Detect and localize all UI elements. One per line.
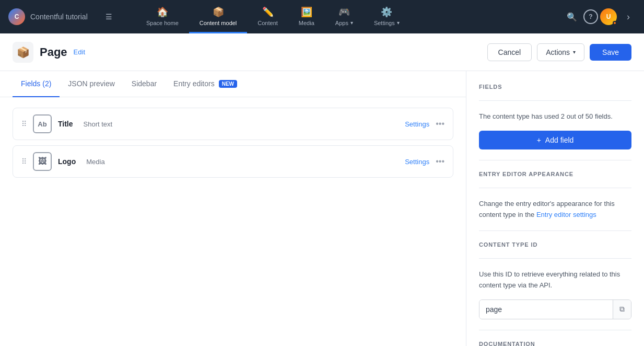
nav-item-space-home[interactable]: 🏠 Space home <box>136 0 189 33</box>
tabs-bar: Fields (2) JSON preview Sidebar Entry ed… <box>0 71 466 97</box>
field-row-logo: ⠿ 🖼 Logo Media Settings ••• <box>13 145 453 178</box>
tab-sidebar-label: Sidebar <box>132 79 157 88</box>
nav-label-space-home: Space home <box>146 20 179 26</box>
search-button[interactable]: 🔍 <box>563 7 581 26</box>
nav-items: 🏠 Space home 📦 Content model ✏️ Content … <box>136 0 563 33</box>
tab-fields[interactable]: Fields (2) <box>13 71 60 97</box>
drag-handle-logo[interactable]: ⠿ <box>21 157 27 166</box>
field-type-title: Short text <box>84 120 113 128</box>
right-content-type-id-title: CONTENT TYPE ID <box>479 241 631 248</box>
tab-json-preview[interactable]: JSON preview <box>60 71 123 97</box>
page-type-icon: 📦 <box>13 42 33 63</box>
field-type-logo: Media <box>86 158 104 166</box>
nav-item-media[interactable]: 🖼️ Media <box>288 0 325 33</box>
field-name-title: Title <box>58 120 73 128</box>
entry-editors-new-badge: NEW <box>219 80 237 88</box>
avatar-notification-dot <box>613 21 617 25</box>
field-icon-text-logo: 🖼 <box>38 157 46 166</box>
app-sub-text: tutorial <box>66 13 88 21</box>
tab-json-preview-label: JSON preview <box>68 79 114 88</box>
tab-fields-label: Fields (2) <box>21 79 51 88</box>
tab-entry-editors-label: Entry editors <box>173 79 215 88</box>
field-more-logo[interactable]: ••• <box>436 157 444 166</box>
field-settings-title[interactable]: Settings <box>405 120 429 128</box>
add-field-button[interactable]: + Add field <box>479 131 631 149</box>
add-field-plus-icon: + <box>537 136 541 144</box>
copy-icon: ⧉ <box>619 305 625 314</box>
app-name-text: Contentful <box>30 13 64 21</box>
right-divider-4 <box>479 230 631 231</box>
entry-editor-settings-link[interactable]: Entry editor settings <box>536 211 596 218</box>
copy-id-button[interactable]: ⧉ <box>613 300 631 319</box>
media-icon: 🖼️ <box>301 6 312 18</box>
top-nav: C Contentful tutorial ☰ 🏠 Space home 📦 C… <box>0 0 644 33</box>
right-entry-editor-title: ENTRY EDITOR APPEARANCE <box>479 171 631 177</box>
actions-chevron-icon: ▾ <box>573 49 576 55</box>
right-divider-1 <box>479 100 631 101</box>
right-divider-6 <box>479 330 631 330</box>
help-button[interactable]: ? <box>583 9 598 24</box>
right-content-type-id-description: Use this ID to retrieve everything relat… <box>479 269 631 291</box>
settings-chevron-icon: ▾ <box>397 20 400 26</box>
page-title: Page <box>40 45 67 59</box>
user-avatar[interactable]: U <box>600 8 617 25</box>
fields-list: ⠿ Ab Title Short text Settings ••• ⠿ 🖼 L… <box>0 97 466 193</box>
content-icon: ✏️ <box>262 6 274 18</box>
tab-sidebar[interactable]: Sidebar <box>123 71 165 97</box>
settings-icon: ⚙️ <box>381 6 392 18</box>
nav-label-settings: Settings <box>374 20 395 26</box>
page-header-actions: Cancel Actions ▾ Save <box>487 43 631 61</box>
drag-handle-title[interactable]: ⠿ <box>21 120 27 128</box>
main-layout: Fields (2) JSON preview Sidebar Entry ed… <box>0 71 644 346</box>
right-entry-editor-description: Change the entry editor's appearance for… <box>479 199 631 221</box>
edit-link[interactable]: Edit <box>74 48 85 56</box>
actions-button[interactable]: Actions ▾ <box>537 43 584 61</box>
field-icon-logo: 🖼 <box>33 152 52 171</box>
nav-chevron-button[interactable]: › <box>619 7 638 26</box>
right-divider-3 <box>479 188 631 188</box>
nav-item-content[interactable]: ✏️ Content <box>247 0 288 33</box>
nav-logo-section: C Contentful tutorial ☰ <box>0 0 136 33</box>
tab-entry-editors[interactable]: Entry editors NEW <box>165 71 245 97</box>
right-entry-editor-section: ENTRY EDITOR APPEARANCE Change the entry… <box>479 171 631 221</box>
nav-label-media: Media <box>299 20 314 26</box>
add-field-label: Add field <box>545 136 573 144</box>
right-documentation-section: DOCUMENTATION <box>479 341 631 346</box>
right-content-type-id-section: CONTENT TYPE ID Use this ID to retrieve … <box>479 241 631 319</box>
nav-item-apps[interactable]: 🎮 Apps ▾ <box>325 0 364 33</box>
content-type-id-input[interactable] <box>479 300 613 319</box>
right-documentation-title: DOCUMENTATION <box>479 341 631 346</box>
left-panel: Fields (2) JSON preview Sidebar Entry ed… <box>0 71 466 346</box>
nav-item-settings[interactable]: ⚙️ Settings ▾ <box>364 0 410 33</box>
page-header: 📦 Page Edit Cancel Actions ▾ Save <box>0 33 644 71</box>
field-actions-title: Settings ••• <box>405 119 444 129</box>
field-icon-text-title: Ab <box>38 120 46 128</box>
right-fields-title: FIELDS <box>479 84 631 90</box>
nav-right-section: 🔍 ? U › <box>563 7 644 26</box>
nav-label-apps: Apps <box>335 20 348 26</box>
nav-item-content-model[interactable]: 📦 Content model <box>189 0 248 33</box>
apps-icon: 🎮 <box>338 6 350 18</box>
cancel-button[interactable]: Cancel <box>487 43 532 61</box>
actions-label: Actions <box>546 48 570 56</box>
save-button[interactable]: Save <box>590 44 631 61</box>
nav-label-content-model: Content model <box>200 20 237 26</box>
logo-icon: C <box>8 8 25 25</box>
apps-chevron-icon: ▾ <box>350 20 353 26</box>
right-fields-description: The content type has used 2 out of 50 fi… <box>479 111 631 122</box>
field-row-title: ⠿ Ab Title Short text Settings ••• <box>13 108 453 140</box>
content-type-id-input-wrapper: ⧉ <box>479 299 631 319</box>
field-settings-logo[interactable]: Settings <box>405 158 429 166</box>
right-fields-section: FIELDS The content type has used 2 out o… <box>479 84 631 149</box>
hamburger-button[interactable]: ☰ <box>101 8 116 25</box>
field-icon-title: Ab <box>33 114 52 133</box>
home-icon: 🏠 <box>157 6 168 18</box>
right-panel: FIELDS The content type has used 2 out o… <box>466 71 644 346</box>
field-name-logo: Logo <box>58 157 76 166</box>
right-divider-2 <box>479 160 631 160</box>
field-actions-logo: Settings ••• <box>405 157 444 166</box>
content-model-icon: 📦 <box>213 6 224 18</box>
right-divider-5 <box>479 258 631 259</box>
app-name: Contentful tutorial <box>30 13 88 21</box>
field-more-title[interactable]: ••• <box>436 119 444 129</box>
